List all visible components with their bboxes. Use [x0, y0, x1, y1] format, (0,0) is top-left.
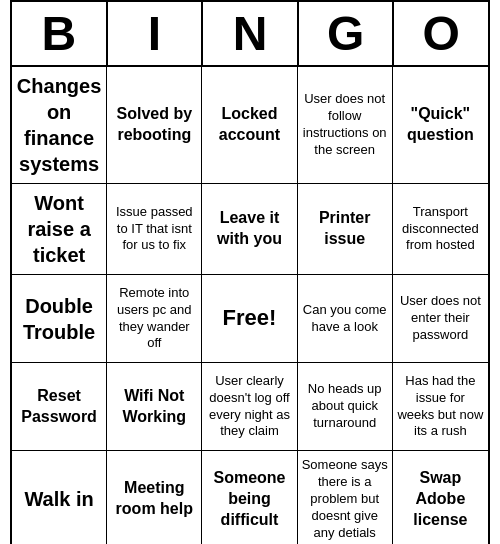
bingo-cell-16[interactable]: Wifi Not Working — [107, 363, 202, 451]
bingo-cell-18[interactable]: No heads up about quick turnaround — [298, 363, 393, 451]
bingo-cell-15[interactable]: Reset Password — [12, 363, 107, 451]
bingo-cell-21[interactable]: Meeting room help — [107, 451, 202, 544]
bingo-cell-12[interactable]: Free! — [202, 275, 297, 363]
bingo-cell-20[interactable]: Walk in — [12, 451, 107, 544]
header-letter-B: B — [12, 2, 108, 65]
bingo-cell-22[interactable]: Someone being difficult — [202, 451, 297, 544]
bingo-cell-0[interactable]: Changes on finance systems — [12, 67, 107, 184]
bingo-cell-24[interactable]: Swap Adobe license — [393, 451, 488, 544]
bingo-cell-8[interactable]: Printer issue — [298, 184, 393, 275]
header-letter-I: I — [108, 2, 204, 65]
bingo-cell-17[interactable]: User clearly doesn't log off every night… — [202, 363, 297, 451]
bingo-cell-11[interactable]: Remote into users pc and they wander off — [107, 275, 202, 363]
bingo-cell-19[interactable]: Has had the issue for weeks but now its … — [393, 363, 488, 451]
bingo-cell-1[interactable]: Solved by rebooting — [107, 67, 202, 184]
bingo-card: BINGO Changes on finance systemsSolved b… — [10, 0, 490, 544]
header-letter-O: O — [394, 2, 488, 65]
bingo-cell-2[interactable]: Locked account — [202, 67, 297, 184]
header-letter-N: N — [203, 2, 299, 65]
bingo-header: BINGO — [12, 2, 488, 67]
bingo-cell-13[interactable]: Can you come have a look — [298, 275, 393, 363]
bingo-cell-10[interactable]: Double Trouble — [12, 275, 107, 363]
bingo-cell-9[interactable]: Transport disconnected from hosted — [393, 184, 488, 275]
bingo-grid: Changes on finance systemsSolved by rebo… — [12, 67, 488, 544]
bingo-cell-5[interactable]: Wont raise a ticket — [12, 184, 107, 275]
bingo-cell-6[interactable]: Issue passed to IT that isnt for us to f… — [107, 184, 202, 275]
bingo-cell-3[interactable]: User does not follow instructions on the… — [298, 67, 393, 184]
header-letter-G: G — [299, 2, 395, 65]
bingo-cell-7[interactable]: Leave it with you — [202, 184, 297, 275]
bingo-cell-14[interactable]: User does not enter their password — [393, 275, 488, 363]
bingo-cell-4[interactable]: "Quick" question — [393, 67, 488, 184]
bingo-cell-23[interactable]: Someone says there is a problem but does… — [298, 451, 393, 544]
